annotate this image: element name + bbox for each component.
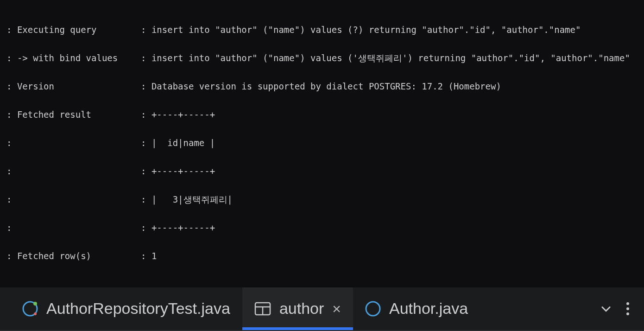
tab-author-repository-test[interactable]: AuthorRepositoryTest.java: [10, 287, 242, 330]
svg-point-9: [626, 312, 629, 315]
table-icon: [254, 301, 271, 316]
svg-point-8: [626, 307, 629, 310]
console-line: : Fetched row(s): 1: [6, 249, 638, 263]
console-line: :: +----+-----+: [6, 221, 638, 235]
tab-author-java[interactable]: Author.java: [353, 287, 480, 330]
console-line: :: +----+-----+: [6, 164, 638, 178]
console-line: : -> with bind values: insert into "auth…: [6, 51, 638, 65]
class-icon: [22, 301, 38, 317]
svg-point-6: [366, 302, 380, 316]
console-line: : Fetched result: +----+-----+: [6, 108, 638, 122]
svg-point-1: [33, 302, 37, 306]
chevron-down-icon: [600, 302, 612, 315]
svg-point-2: [34, 312, 37, 315]
tab-label: author: [279, 299, 324, 318]
tab-author-table[interactable]: author ×: [242, 287, 353, 330]
tab-label: Author.java: [389, 299, 468, 318]
editor-tabs: AuthorRepositoryTest.java author × Autho…: [0, 287, 644, 330]
svg-point-7: [626, 302, 629, 305]
tabs-menu[interactable]: [625, 301, 630, 316]
console-line: :: | id|name |: [6, 136, 638, 150]
tab-label: AuthorRepositoryTest.java: [46, 299, 230, 318]
console-line: : Executing query: insert into "author" …: [6, 23, 638, 37]
console-line: :: | 3|생택쥐페리|: [6, 192, 638, 207]
database-tool-window: AuthorRepositoryTest.java author × Autho…: [0, 287, 644, 331]
kebab-icon: [625, 301, 630, 316]
console-line: : Version: Database version is supported…: [6, 79, 638, 94]
class-icon: [365, 301, 381, 317]
console-output: : Executing query: insert into "author" …: [0, 0, 644, 287]
tabs-dropdown[interactable]: [600, 302, 612, 315]
close-icon[interactable]: ×: [332, 301, 341, 316]
